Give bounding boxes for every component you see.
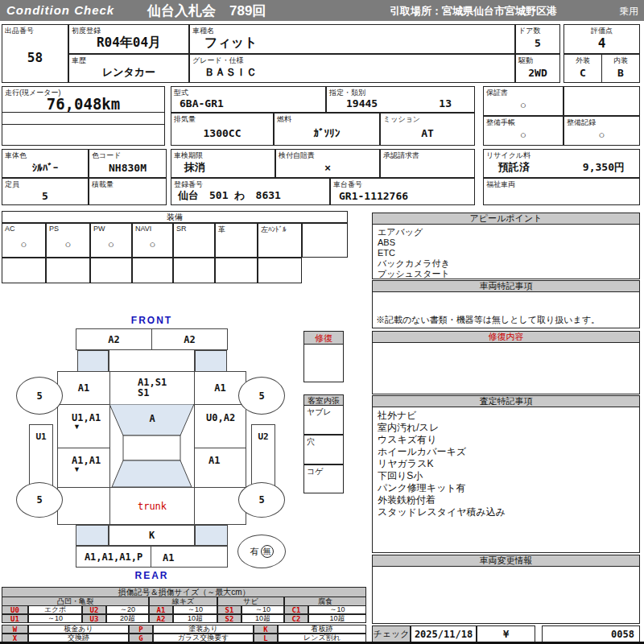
warranty-value: ○ — [484, 95, 563, 115]
interior-grade-value: B — [602, 63, 639, 82]
front-door-left-cell: U1,A1 ▼ — [57, 404, 110, 448]
wheel-rear-right: 5 — [238, 482, 285, 518]
cabin-row-burn-label: コゲ — [307, 466, 323, 477]
exterior-grade-cell: 外装 C — [564, 54, 602, 83]
equipment-cell-leather: 革 — [215, 223, 258, 258]
type-class-cell: 指定・類別 19445 13 — [326, 86, 475, 113]
quarter-panel-right-cell — [194, 487, 246, 525]
equipment-value-navi: ○ — [133, 232, 172, 257]
roof-shape — [123, 436, 180, 460]
legend-desc-c1: ～10 — [308, 605, 366, 614]
inspection-cell: 車検期限 抹消 — [171, 149, 275, 178]
equipment-value-ps: ○ — [47, 232, 89, 257]
welfare-vehicle-cell: 福祉車両 — [483, 178, 640, 205]
score-cell: 評価点 4 — [564, 24, 640, 54]
brand-logo: Condition Check — [6, 3, 114, 17]
doors-value: 5 — [516, 33, 559, 53]
tread-rear-right: 5 — [258, 494, 264, 506]
maintenance-record-cell: 整備記録 ○ — [564, 116, 640, 146]
equipment-cell-ps: PS ○ — [46, 223, 90, 258]
tread-rear-left: 5 — [36, 494, 42, 506]
rear-gate-cell: K — [109, 525, 195, 546]
spare-tire-indicator: 有 無 — [237, 535, 286, 568]
cabin-row-tear-label: ヤブレ — [307, 407, 332, 418]
rear-door-left-cell: A1,A1 ▼ — [57, 448, 110, 488]
assessment-notes-content: 社外ナビ 室内汚れ/スレ ウスキズ有り ホイールカバーキズ リヤガラスK 下回り… — [372, 407, 640, 553]
fuel-value: ｶﾞｿﾘﾝ — [275, 122, 379, 145]
capacity-value: 5 — [2, 187, 88, 204]
change-info-title: 車両変更情報 — [372, 555, 640, 567]
drive-cell: 駆動 2WD — [515, 54, 560, 83]
front-bumper-left-cell: A2 — [76, 328, 152, 350]
history-cell: 車歴 レンタカー — [68, 54, 189, 83]
trunk-label: trunk — [138, 501, 167, 512]
history-value: レンタカー — [69, 63, 188, 82]
rear-door-right-code: A1 — [208, 455, 220, 466]
doors-cell: ドア数 5 — [515, 24, 560, 54]
front-label: FRONT — [76, 315, 228, 325]
approval-request-cell: 承認請求書 — [380, 149, 475, 178]
cabin-box-title: 客室内張 — [303, 394, 344, 406]
legend-desc-c2: 10超 — [308, 614, 366, 623]
lot-number-value: 58 — [2, 33, 68, 82]
rear-bumper-left-cell: A1,A1,A1,P — [76, 546, 151, 568]
chassis-number-value: GR1-1112766 — [331, 187, 474, 204]
legend-desc-s2: 10超 — [242, 614, 284, 623]
rear-bumper-right-cell: A1 — [151, 546, 228, 568]
type-number-value: 19445 — [346, 97, 378, 109]
equipment-title: 装備 — [2, 211, 348, 223]
appeal-points-content: エアバッグ ABS ETC バックカメラ付き プッシュスタート — [372, 224, 640, 279]
front-fender-right-code: A1 — [214, 382, 225, 394]
equipment-row2-cell — [173, 258, 215, 283]
legend-code-u0: U0 — [2, 605, 28, 614]
legend-desc-u0: エクボ — [28, 605, 82, 614]
rear-bumper-right-code: A1 — [163, 552, 174, 564]
spare-yes-label: 有 — [250, 546, 259, 558]
equipment-value-pw: ○ — [91, 232, 131, 257]
front-fender-left-code: A1 — [78, 382, 89, 394]
cabin-row-hole-label: 穴 — [307, 436, 315, 448]
vehicle-notes-title: 車両特記事項 — [372, 280, 640, 292]
check-date-cell: 2025/11/18 — [411, 625, 477, 642]
sill-right-cell: U2 — [251, 424, 275, 487]
equipment-label-lhd: 左ﾊﾝﾄﾞﾙ — [261, 225, 287, 235]
sheet-number-cell: 0058 — [542, 625, 640, 642]
legend-code-a2: A2 — [149, 614, 173, 623]
score-value: 4 — [564, 33, 639, 53]
legend-code-a1: A1 — [149, 605, 173, 614]
tread-front-left: 5 — [36, 390, 42, 402]
wheel-front-right: 5 — [238, 377, 285, 415]
color-code-cell: 色コード NH830M — [89, 149, 167, 178]
rear-window-shape — [112, 460, 192, 487]
rear-door-right-cell: A1 — [194, 448, 246, 488]
front-bumper-right-code: A2 — [184, 334, 195, 345]
vehicle-notes-disclaimer: ※記載のない書類・機器等は無しとして取り扱います。 — [376, 314, 600, 326]
sill-left-cell: U1 — [29, 424, 53, 487]
legend-code-s1: S1 — [217, 605, 242, 614]
model-name-value: フィット — [190, 33, 514, 53]
rear-gate-code: K — [149, 530, 155, 541]
equipment-cell-lhd: 左ﾊﾝﾄﾞﾙ — [258, 223, 302, 258]
fuel-cell: 燃料 ｶﾞｿﾘﾝ — [274, 113, 380, 146]
insurance-cell: 検付自賠責 × — [275, 149, 380, 178]
recycle-status-value: 預託済 — [498, 160, 530, 175]
legend-desc-a1: ～10 — [173, 605, 217, 614]
c-pillar-left-shape — [76, 525, 109, 546]
legend-desc-w: 板金あり — [28, 625, 129, 634]
equipment-row2-cell — [90, 258, 132, 283]
model-code-value: 6BA-GR1 — [171, 95, 325, 112]
legend-code-u1: U1 — [2, 614, 28, 623]
change-info-content — [372, 566, 640, 624]
equipment-value-ac: ○ — [2, 232, 45, 257]
front-door-left-code: U1,A1 — [72, 412, 101, 423]
legend-desc-k: 看板跡 — [278, 625, 366, 634]
auction-title: 仙台入札会 789回 — [147, 2, 266, 20]
hood-cell: A1,S1 S1 — [109, 371, 195, 405]
front-door-right-code: U0,A2 — [206, 412, 235, 423]
legend-desc-u3: 20超 — [106, 614, 149, 623]
a-pillar-left-shape — [77, 350, 109, 372]
equipment-cell-pw: PW ○ — [90, 223, 132, 258]
cowl-area — [109, 350, 195, 372]
tread-front-right: 5 — [258, 390, 264, 402]
cabin-row-tear: ヤブレ — [303, 405, 344, 435]
